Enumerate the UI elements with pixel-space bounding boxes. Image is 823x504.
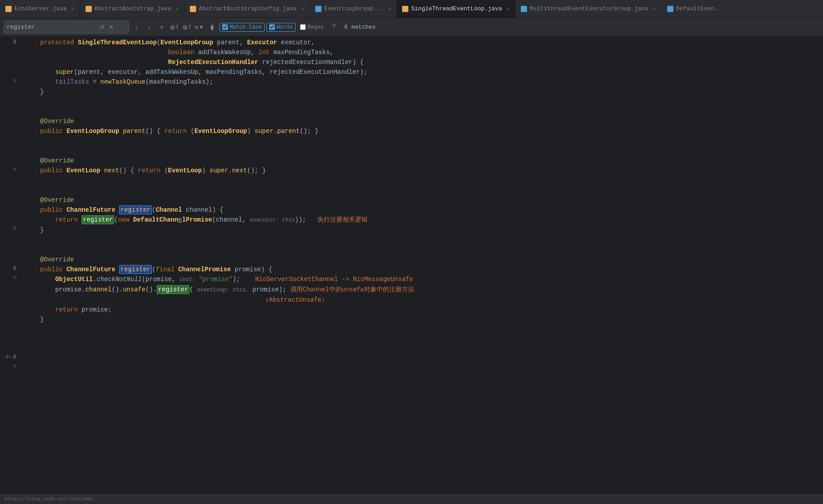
- search-find-usages-btn[interactable]: ⌖: [156, 21, 167, 33]
- tab-close-btn[interactable]: ✕: [653, 6, 656, 12]
- tab-bar: EchoServer.java ✕ AbstractBootstrap.java…: [0, 0, 823, 18]
- gutter-line: [14, 243, 19, 253]
- code-line: [25, 185, 819, 195]
- gutter-line: @: [11, 263, 19, 273]
- tab-icon: [190, 6, 196, 12]
- tab-multithreadeventexecutorgroup[interactable]: MultithreadEventExecutorGroup.java ✕: [515, 0, 662, 18]
- code-area: @ ⊟ ⊞ ⊞ @ ⊟ ⊙↓ @ ⊟: [0, 37, 823, 493]
- code-line: public ChannelFuture register(final Chan…: [25, 265, 819, 274]
- search-filter-btn1[interactable]: ⊕T: [168, 21, 180, 33]
- gutter-line: [14, 125, 19, 135]
- gutter-line: [14, 145, 19, 155]
- code-line: promise.channel().unsafe().register( eve…: [25, 285, 819, 295]
- gutter-line: [14, 332, 19, 342]
- code-line: tailTasks = newTaskQueue(maxPendingTasks…: [25, 77, 819, 87]
- gutter-line: [14, 391, 19, 401]
- tab-abstractbootstrapconfig[interactable]: AbstractBootstrapConfig.java ✕: [184, 0, 310, 18]
- tab-close-btn[interactable]: ✕: [71, 6, 74, 12]
- gutter-line: [14, 184, 19, 194]
- tab-close-btn[interactable]: ✕: [301, 6, 304, 12]
- status-bar: https://blog.csdn.net/taxi1993: [0, 493, 823, 504]
- at-marker: @: [13, 263, 16, 273]
- tab-icon: [86, 6, 92, 12]
- tab-close-btn[interactable]: ✕: [506, 6, 510, 12]
- search-reset-btn[interactable]: ↺: [98, 24, 106, 30]
- search-prev-btn[interactable]: ↑: [131, 21, 142, 33]
- gutter-line: [14, 342, 19, 352]
- tab-icon: [315, 6, 321, 12]
- gutter-line: [14, 293, 19, 303]
- gutter-line: [14, 115, 19, 125]
- search-close-btn[interactable]: ✕: [107, 24, 115, 30]
- code-line: [25, 175, 819, 185]
- search-filter-btn3[interactable]: ≡▼: [193, 21, 205, 33]
- code-line: }: [25, 87, 819, 97]
- tab-abstractbootstrap[interactable]: AbstractBootstrap.java ✕: [80, 0, 184, 18]
- match-case-checkbox[interactable]: [222, 24, 228, 30]
- search-bar: ↺ ✕ ↑ ↓ ⌖ ⊕T ⊕T ≡▼ ⧫ Match Case Words Re…: [0, 18, 823, 37]
- tab-label: EchoServer.java: [14, 5, 67, 12]
- tab-eventloopgroup[interactable]: EventLoopGroup... ✕: [310, 0, 397, 18]
- search-filter-btn2[interactable]: ⊕T: [181, 21, 193, 33]
- gutter-line: [14, 283, 19, 293]
- status-url: https://blog.csdn.net/taxi1993: [4, 496, 93, 502]
- code-line: @Override: [25, 255, 819, 265]
- code-line: @Override: [25, 116, 819, 126]
- match-case-option[interactable]: Match Case: [219, 23, 265, 32]
- search-input-wrapper: ↺ ✕: [4, 21, 129, 34]
- gutter-line: @: [11, 37, 19, 47]
- words-label: Words: [277, 24, 293, 30]
- fold-icon[interactable]: ⊟: [13, 76, 16, 86]
- gutter-line: ⊞: [12, 224, 19, 234]
- gutter-line: ⊞: [12, 165, 19, 175]
- tab-icon: [402, 6, 408, 12]
- gutter-line: [14, 372, 19, 381]
- gutter-line: [14, 66, 19, 76]
- gutter-line: [14, 381, 19, 391]
- tab-label: MultithreadEventExecutorGroup.java: [530, 5, 648, 12]
- words-checkbox[interactable]: [269, 24, 275, 30]
- code-line: return promise;: [25, 305, 819, 315]
- tab-echoserver[interactable]: EchoServer.java ✕: [0, 0, 80, 18]
- search-funnel-btn[interactable]: ⧫: [206, 21, 218, 33]
- tab-singlethreadeventloop[interactable]: SingleThreadEventLoop.java ✕: [397, 0, 515, 18]
- fold-icon[interactable]: ⊟: [13, 273, 16, 283]
- code-line: public EventLoop next() { return (EventL…: [25, 166, 819, 175]
- search-navigation: ↑ ↓ ⌖ ⊕T ⊕T ≡▼ ⧫: [131, 21, 218, 33]
- code-line: public EventLoopGroup parent() { return …: [25, 126, 819, 136]
- fold-icon[interactable]: ⊟: [13, 362, 16, 372]
- gutter-line: [14, 86, 19, 96]
- code-line: }: [25, 315, 819, 325]
- tab-close-btn[interactable]: ✕: [176, 6, 179, 12]
- regex-help-btn[interactable]: ?: [328, 21, 340, 33]
- tab-defaultevent[interactable]: DefaultEven...: [662, 0, 731, 18]
- regex-option[interactable]: Regex: [297, 23, 326, 32]
- code-line: @Override: [25, 195, 819, 205]
- gutter-line: [14, 303, 19, 312]
- regex-checkbox[interactable]: [300, 24, 306, 30]
- tab-icon: [667, 6, 673, 12]
- code-line: super(parent, executor, addTaskWakesUp, …: [25, 67, 819, 77]
- code-content[interactable]: protected SingleThreadEventLoop(EventLoo…: [21, 37, 823, 493]
- gutter-line: [14, 411, 19, 421]
- tab-label: DefaultEven...: [676, 5, 725, 12]
- words-option[interactable]: Words: [266, 23, 296, 32]
- code-line: [25, 107, 819, 116]
- gutter-line: [14, 96, 19, 106]
- search-next-btn[interactable]: ↓: [143, 21, 155, 33]
- tab-icon: [5, 6, 12, 12]
- gutter-line: [14, 56, 19, 66]
- tab-icon: [521, 6, 527, 12]
- code-line: return register(new DefaultChannelPromis…: [25, 215, 819, 225]
- gutter-line: [14, 155, 19, 165]
- gutter-line: ⊟: [12, 273, 19, 283]
- code-line: RejectedExecutionHandler rejectedExecuti…: [25, 57, 819, 67]
- gutter-line: [14, 214, 19, 224]
- gutter-line: ⊙↓ @: [4, 352, 19, 362]
- tab-close-btn[interactable]: ✕: [388, 6, 391, 12]
- fold-icon[interactable]: ⊞: [13, 224, 16, 234]
- search-input[interactable]: [7, 24, 96, 30]
- fold-icon[interactable]: ⊞: [13, 165, 16, 175]
- tab-label: AbstractBootstrapConfig.java: [199, 5, 296, 12]
- tab-label: AbstractBootstrap.java: [94, 5, 171, 12]
